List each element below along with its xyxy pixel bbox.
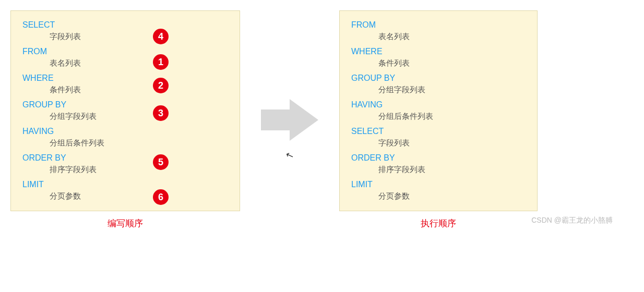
desc-select: 字段列表 [50,32,228,42]
desc-groupby: 分组字段列表 [50,112,228,121]
block-having: HAVING 分组后条件列表 [22,127,228,148]
keyword-orderby: ORDER BY [22,153,228,163]
badge-2: 2 [153,78,169,93]
r-keyword-where: WHERE [351,47,526,56]
keyword-select: SELECT [22,20,228,30]
cursor-icon: ↖ [284,149,295,162]
r-block-from: FROM 表名列表 [351,20,526,42]
r-desc-groupby: 分组字段列表 [378,85,526,95]
block-select: SELECT 字段列表 4 [22,20,228,42]
r-desc-where: 条件列表 [378,58,526,68]
right-caption: 执行顺序 [339,217,538,229]
r-keyword-orderby: ORDER BY [351,153,526,163]
block-limit: LIMIT 分页参数 6 [22,180,228,201]
badge-5: 5 [153,154,169,170]
desc-where: 条件列表 [50,85,228,95]
block-groupby: GROUP BY 分组字段列表 3 [22,100,228,121]
keyword-groupby: GROUP BY [22,100,228,110]
keyword-limit: LIMIT [22,180,228,189]
badge-3: 3 [153,105,169,121]
right-panel: FROM 表名列表 WHERE 条件列表 GROUP BY 分组字段列表 HAV… [339,10,538,211]
r-desc-from: 表名列表 [378,32,526,42]
badge-6: 6 [153,189,169,205]
left-caption: 编写顺序 [10,217,240,229]
r-desc-select: 字段列表 [378,138,526,148]
left-panel: SELECT 字段列表 4 FROM 表名列表 1 WHERE 条件列表 2 G… [10,10,240,211]
keyword-having: HAVING [22,127,228,136]
block-where: WHERE 条件列表 2 [22,74,228,95]
r-desc-limit: 分页参数 [378,191,526,201]
r-keyword-from: FROM [351,20,526,30]
r-keyword-select: SELECT [351,127,526,136]
block-from: FROM 表名列表 1 [22,47,228,68]
r-block-orderby: ORDER BY 排序字段列表 [351,153,526,175]
arrow-right-icon [261,96,318,143]
r-block-groupby: GROUP BY 分组字段列表 [351,74,526,95]
watermark-text: CSDN @霸王龙的小胳膊 [531,216,613,225]
badge-1: 1 [153,54,169,70]
arrow-wrap: ↖ [261,96,318,143]
r-keyword-groupby: GROUP BY [351,74,526,83]
desc-having: 分组后条件列表 [50,138,228,148]
r-desc-having: 分组后条件列表 [378,112,526,121]
r-desc-orderby: 排序字段列表 [378,165,526,175]
columns: SELECT 字段列表 4 FROM 表名列表 1 WHERE 条件列表 2 G… [10,10,634,229]
block-orderby: ORDER BY 排序字段列表 5 [22,153,228,175]
keyword-from: FROM [22,47,228,56]
r-block-where: WHERE 条件列表 [351,47,526,68]
left-column: SELECT 字段列表 4 FROM 表名列表 1 WHERE 条件列表 2 G… [10,10,240,229]
right-column: FROM 表名列表 WHERE 条件列表 GROUP BY 分组字段列表 HAV… [339,10,538,229]
r-keyword-having: HAVING [351,100,526,110]
desc-orderby: 排序字段列表 [50,165,228,175]
desc-from: 表名列表 [50,58,228,68]
diagram-root: SELECT 字段列表 4 FROM 表名列表 1 WHERE 条件列表 2 G… [10,10,634,229]
r-block-having: HAVING 分组后条件列表 [351,100,526,121]
desc-limit: 分页参数 [50,191,228,201]
badge-4: 4 [153,29,169,44]
keyword-where: WHERE [22,74,228,83]
svg-marker-0 [261,99,318,141]
r-keyword-limit: LIMIT [351,180,526,189]
r-block-limit: LIMIT 分页参数 [351,180,526,201]
r-block-select: SELECT 字段列表 [351,127,526,148]
